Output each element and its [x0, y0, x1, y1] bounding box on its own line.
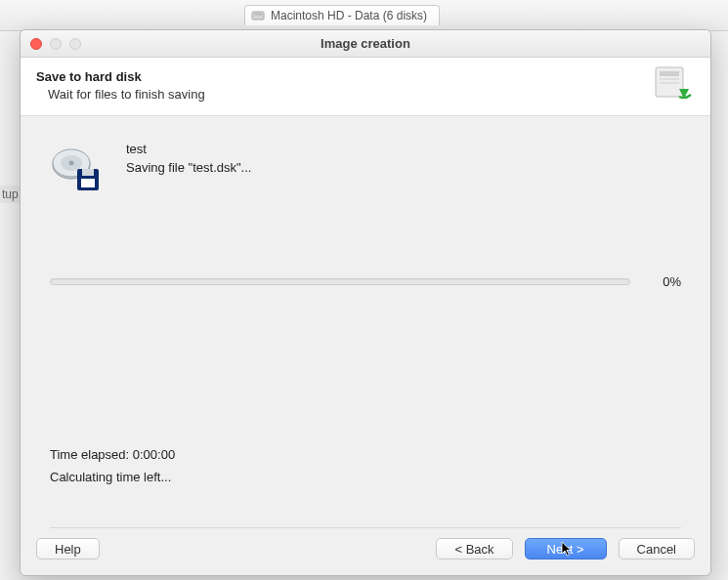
next-button[interactable]: Next > [525, 538, 607, 559]
time-block: Time elapsed: 0:00:00 Calculating time l… [50, 447, 681, 492]
background-toolbar: Macintosh HD - Data (6 disks) [0, 0, 728, 31]
svg-rect-4 [660, 78, 679, 80]
progress-row: 0% [50, 274, 681, 289]
time-elapsed: Time elapsed: 0:00:00 [50, 447, 681, 462]
file-name: test [126, 142, 251, 156]
close-icon[interactable] [30, 38, 42, 50]
svg-rect-5 [660, 82, 679, 84]
header-subtitle: Wait for files to finish saving [36, 87, 695, 102]
header: Save to hard disk Wait for files to fini… [21, 58, 710, 116]
background-tab-label: Macintosh HD - Data (6 disks) [271, 9, 427, 22]
cancel-button[interactable]: Cancel [619, 538, 695, 559]
hard-disk-save-icon [650, 63, 693, 106]
zoom-icon[interactable] [69, 38, 81, 50]
minimize-icon[interactable] [50, 38, 62, 50]
window-controls [30, 38, 81, 50]
file-status: Saving file "test.dsk"... [126, 160, 251, 175]
svg-rect-3 [660, 71, 679, 76]
disk-icon [251, 9, 265, 22]
time-remaining: Calculating time left... [50, 470, 681, 484]
svg-rect-11 [82, 169, 94, 176]
progress-bar [50, 278, 630, 285]
dialog-window: Image creation Save to hard disk Wait fo… [20, 29, 711, 576]
back-button[interactable]: < Back [436, 538, 512, 559]
svg-rect-12 [81, 179, 95, 187]
content: test Saving file "test.dsk"... 0% Time e… [21, 116, 710, 521]
help-button[interactable]: Help [36, 538, 100, 559]
svg-point-9 [69, 161, 74, 166]
background-tab[interactable]: Macintosh HD - Data (6 disks) [244, 5, 440, 25]
svg-rect-1 [254, 14, 262, 16]
window-title: Image creation [321, 36, 410, 51]
footer: Help < Back Next > Cancel [21, 528, 710, 575]
svg-rect-0 [252, 12, 264, 20]
titlebar: Image creation [21, 30, 710, 58]
header-title: Save to hard disk [36, 69, 695, 84]
progress-percent: 0% [650, 274, 681, 289]
file-info: test Saving file "test.dsk"... [126, 142, 251, 175]
next-button-label: Next > [547, 542, 584, 557]
file-row: test Saving file "test.dsk"... [50, 142, 681, 196]
disk-to-floppy-icon [50, 142, 105, 196]
